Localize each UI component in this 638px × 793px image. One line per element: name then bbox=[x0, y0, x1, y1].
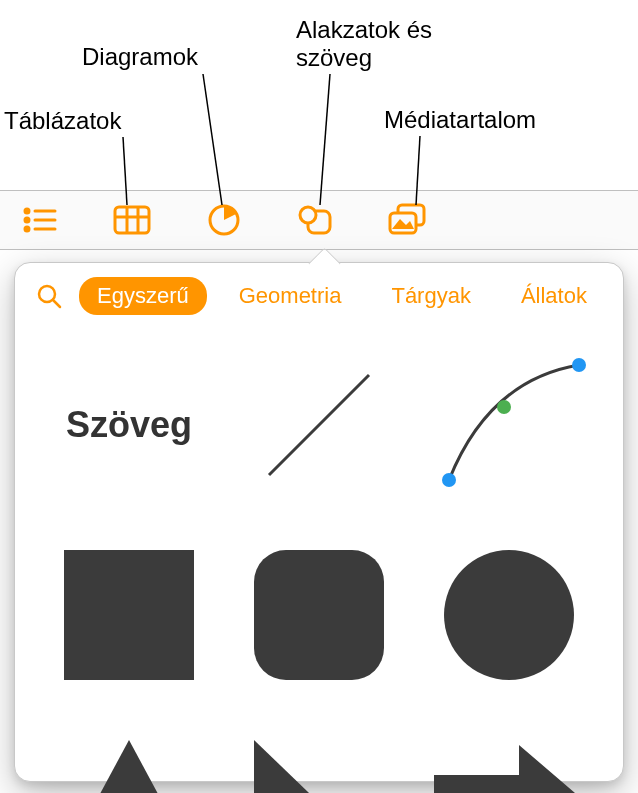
shape-rounded-square[interactable] bbox=[229, 525, 409, 705]
svg-line-20 bbox=[53, 300, 60, 307]
shape-triangle[interactable] bbox=[39, 715, 219, 793]
svg-line-1 bbox=[203, 74, 222, 205]
svg-point-16 bbox=[300, 207, 316, 223]
circle-icon bbox=[434, 540, 584, 690]
category-animals[interactable]: Állatok bbox=[503, 277, 605, 315]
shape-button[interactable] bbox=[292, 196, 340, 244]
shape-arrow-right[interactable] bbox=[419, 715, 599, 793]
svg-point-27 bbox=[444, 550, 574, 680]
shape-line[interactable] bbox=[229, 335, 409, 515]
svg-rect-26 bbox=[254, 550, 384, 680]
callout-tables: Táblázatok bbox=[4, 107, 121, 135]
chart-button[interactable] bbox=[200, 196, 248, 244]
shape-text[interactable]: Szöveg bbox=[39, 335, 219, 515]
search-button[interactable] bbox=[33, 280, 65, 312]
shape-curve[interactable] bbox=[419, 335, 599, 515]
callout-media: Médiatartalom bbox=[384, 106, 536, 134]
svg-line-2 bbox=[320, 74, 330, 205]
media-button[interactable] bbox=[384, 196, 432, 244]
table-icon bbox=[113, 205, 151, 235]
rounded-square-icon bbox=[244, 540, 394, 690]
svg-rect-25 bbox=[64, 550, 194, 680]
callout-charts: Diagramok bbox=[82, 43, 198, 71]
svg-point-23 bbox=[572, 358, 586, 372]
callout-layer: Táblázatok Diagramok Alakzatok és szöveg… bbox=[0, 0, 638, 190]
shape-icon bbox=[298, 203, 334, 237]
category-objects[interactable]: Tárgyak bbox=[373, 277, 488, 315]
media-icon bbox=[388, 203, 428, 237]
table-button[interactable] bbox=[108, 196, 156, 244]
line-icon bbox=[249, 355, 389, 495]
svg-line-21 bbox=[269, 375, 369, 475]
svg-rect-10 bbox=[115, 207, 149, 233]
shapes-grid: Szöveg bbox=[15, 325, 623, 793]
list-icon bbox=[23, 207, 57, 233]
square-icon bbox=[54, 540, 204, 690]
svg-point-24 bbox=[497, 400, 511, 414]
triangle-icon bbox=[49, 730, 209, 793]
callout-shapes-text: Alakzatok és szöveg bbox=[296, 16, 432, 72]
curve-icon bbox=[429, 350, 589, 500]
shape-square[interactable] bbox=[39, 525, 219, 705]
svg-point-6 bbox=[25, 218, 29, 222]
svg-point-22 bbox=[442, 473, 456, 487]
svg-marker-28 bbox=[59, 740, 199, 793]
svg-marker-30 bbox=[434, 745, 589, 793]
svg-marker-29 bbox=[254, 740, 389, 793]
svg-point-8 bbox=[25, 227, 29, 231]
svg-point-4 bbox=[25, 209, 29, 213]
list-button[interactable] bbox=[16, 196, 64, 244]
category-geometry[interactable]: Geometria bbox=[221, 277, 360, 315]
right-triangle-icon bbox=[239, 730, 399, 793]
shape-right-triangle[interactable] bbox=[229, 715, 409, 793]
shape-circle[interactable] bbox=[419, 525, 599, 705]
shapes-popover: Egyszerű Geometria Tárgyak Állatok Szöve… bbox=[14, 262, 624, 782]
category-row: Egyszerű Geometria Tárgyak Állatok bbox=[15, 263, 623, 325]
category-basic[interactable]: Egyszerű bbox=[79, 277, 207, 315]
text-shape-label: Szöveg bbox=[66, 404, 192, 446]
chart-icon bbox=[207, 203, 241, 237]
arrow-right-icon bbox=[424, 735, 594, 793]
search-icon bbox=[36, 283, 62, 309]
toolbar bbox=[0, 190, 638, 250]
